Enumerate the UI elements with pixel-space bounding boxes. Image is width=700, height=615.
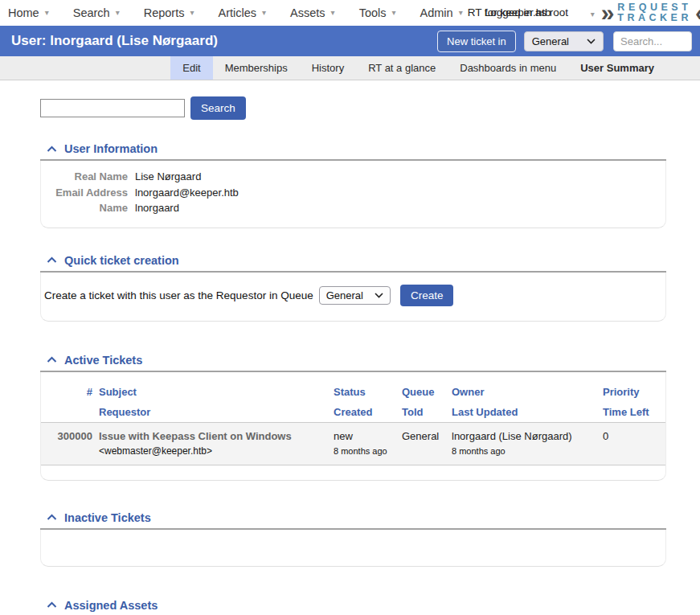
chevron-down-icon: ▾ xyxy=(190,9,194,17)
logged-in-menu[interactable]: Logged in as root xyxy=(485,6,568,18)
col-header-owner[interactable]: Owner xyxy=(448,382,600,402)
section-title[interactable]: Active Tickets xyxy=(64,354,142,367)
col-header-priority[interactable]: Priority xyxy=(600,382,665,402)
nav-item-label: Articles xyxy=(219,6,257,19)
ticket-queue: General xyxy=(399,422,448,444)
chevron-down-icon xyxy=(375,293,383,298)
tab-memberships[interactable]: Memberships xyxy=(213,56,300,80)
section-active-tickets: Active Tickets # Subject Status Queue Ow… xyxy=(40,354,666,481)
field-row: Name lnorgaard xyxy=(41,200,665,216)
tab-bar: Edit Memberships History RT at a glance … xyxy=(0,56,700,80)
collapse-icon[interactable] xyxy=(47,514,57,521)
col-header-blank xyxy=(41,402,96,423)
nav-item-label: Admin xyxy=(420,6,453,19)
queue-select-value: General xyxy=(532,35,569,47)
table-header-row: # Subject Status Queue Owner Priority xyxy=(41,382,665,402)
ticket-id-link[interactable]: 300000 xyxy=(41,422,96,444)
section-inactive-tickets: Inactive Tickets xyxy=(40,511,666,567)
nav-item-articles[interactable]: Articles ▾ xyxy=(219,6,267,19)
col-header-created[interactable]: Created xyxy=(330,402,399,423)
ticket-blank-cell xyxy=(41,444,96,465)
section-title[interactable]: Quick ticket creation xyxy=(64,254,179,267)
col-header-last-updated[interactable]: Last Updated xyxy=(448,402,600,423)
ticket-owner: lnorgaard (Lise Nørgaard) xyxy=(448,422,600,444)
col-header-id[interactable]: # xyxy=(41,382,96,402)
section-assigned-assets: Assigned Assets xyxy=(40,599,666,615)
ticket-row-line1: 300000 Issue with Keepass Client on Wind… xyxy=(41,422,665,444)
section-header: Active Tickets xyxy=(40,354,666,372)
nav-item-label: Tools xyxy=(359,6,387,19)
logo-line2: TRACKER xyxy=(617,13,692,23)
logo-right-chevrons-icon: « xyxy=(695,2,700,24)
active-tickets-table: # Subject Status Queue Owner Priority Re… xyxy=(41,382,665,465)
nav-item-label: Home xyxy=(8,6,39,19)
section-quick-ticket-creation: Quick ticket creation Create a ticket wi… xyxy=(40,254,666,322)
nav-item-assets[interactable]: Assets ▾ xyxy=(290,6,335,19)
nav-item-reports[interactable]: Reports ▾ xyxy=(144,6,194,19)
section-title[interactable]: Inactive Tickets xyxy=(64,511,151,524)
nav-item-search[interactable]: Search ▾ xyxy=(73,6,120,19)
tab-edit[interactable]: Edit xyxy=(170,56,212,80)
inactive-tickets-body xyxy=(40,530,666,567)
ticket-time-left xyxy=(600,444,665,465)
tab-rt-at-a-glance[interactable]: RT at a glance xyxy=(356,56,448,80)
tab-user-summary[interactable]: User Summary xyxy=(568,56,666,80)
tab-history[interactable]: History xyxy=(300,56,356,80)
field-value: Lise Nørgaard xyxy=(128,169,201,185)
section-header: User Information xyxy=(40,142,666,161)
collapse-icon[interactable] xyxy=(47,601,57,609)
col-header-status[interactable]: Status xyxy=(330,382,399,402)
page-header-bar: User: lnorgaard (Lise Nørgaard) New tick… xyxy=(0,26,700,56)
queue-select[interactable]: General xyxy=(524,31,604,51)
main-content: Search User Information Real Name Lise N… xyxy=(0,80,700,615)
ticket-last-updated: 8 months ago xyxy=(448,444,600,465)
chevron-down-icon: ▾ xyxy=(591,10,595,18)
ticket-subject-link[interactable]: Issue with Keepass Client on Windows xyxy=(96,422,330,444)
user-search-input[interactable] xyxy=(40,99,185,117)
quick-ticket-body: Create a ticket with this user as the Re… xyxy=(40,273,666,322)
quick-ticket-queue-select[interactable]: General xyxy=(319,286,391,305)
field-row: Email Address lnorgaard@keeper.htb xyxy=(41,185,665,201)
chevron-down-icon: ▾ xyxy=(45,9,49,17)
col-header-queue[interactable]: Queue xyxy=(399,382,448,402)
section-title[interactable]: Assigned Assets xyxy=(64,599,158,612)
create-ticket-button[interactable]: Create xyxy=(400,285,454,306)
col-header-subject[interactable]: Subject xyxy=(96,382,330,402)
page-title: User: lnorgaard (Lise Nørgaard) xyxy=(11,33,437,49)
request-tracker-logo: » REQUEST TRACKER « xyxy=(601,2,700,24)
nav-overlapping-text: RT for keeper.htb Logged in as root ▾ xyxy=(468,0,588,26)
table-header-row: Requestor Created Told Last Updated Time… xyxy=(41,402,665,423)
chevron-down-icon: ▾ xyxy=(116,9,120,17)
section-title[interactable]: User Information xyxy=(64,142,158,155)
new-ticket-button[interactable]: New ticket in xyxy=(437,31,516,52)
ticket-row-line2: <webmaster@keeper.htb> 8 months ago 8 mo… xyxy=(41,444,665,465)
field-value: lnorgaard xyxy=(128,200,179,216)
tab-dashboards-in-menu[interactable]: Dashboards in menu xyxy=(448,56,568,80)
field-label: Real Name xyxy=(41,169,128,185)
nav-item-admin[interactable]: Admin ▾ xyxy=(420,6,463,19)
ticket-priority: 0 xyxy=(600,422,665,444)
collapse-icon[interactable] xyxy=(47,256,57,264)
nav-item-tools[interactable]: Tools ▾ xyxy=(359,6,396,19)
ticket-status: new xyxy=(330,422,399,444)
nav-item-home[interactable]: Home ▾ xyxy=(8,6,49,19)
user-search-button[interactable]: Search xyxy=(190,96,246,120)
global-search-input[interactable] xyxy=(613,31,692,51)
queue-select-value: General xyxy=(326,289,363,301)
field-label: Name xyxy=(41,200,128,216)
col-header-requestor[interactable]: Requestor xyxy=(96,402,330,423)
top-nav: Home ▾ Search ▾ Reports ▾ Articles ▾ Ass… xyxy=(0,0,700,26)
chevron-down-icon: ▾ xyxy=(331,9,335,17)
user-information-body: Real Name Lise Nørgaard Email Address ln… xyxy=(40,161,666,228)
chevron-down-icon xyxy=(587,39,596,44)
col-header-told[interactable]: Told xyxy=(399,402,448,423)
col-header-time-left[interactable]: Time Left xyxy=(600,402,665,423)
ticket-requestor: <webmaster@keeper.htb> xyxy=(96,444,330,465)
collapse-icon[interactable] xyxy=(47,146,57,153)
chevron-down-icon: ▾ xyxy=(392,9,396,17)
ticket-row: 300000 Issue with Keepass Client on Wind… xyxy=(41,422,665,465)
collapse-icon[interactable] xyxy=(47,356,57,363)
ticket-told xyxy=(399,444,448,465)
logo-left-chevrons-icon: » xyxy=(601,2,615,24)
section-user-information: User Information Real Name Lise Nørgaard… xyxy=(40,142,666,228)
